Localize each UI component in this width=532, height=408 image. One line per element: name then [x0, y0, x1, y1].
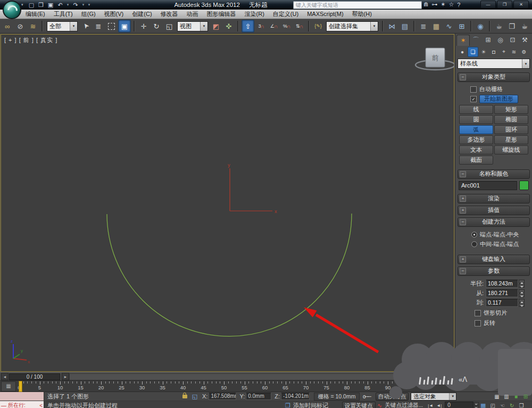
menu-item[interactable]: 视图(V) [100, 10, 128, 19]
app-menu-arrow-icon[interactable]: ▾ [21, 3, 23, 7]
parameter-spinner[interactable] [519, 280, 525, 288]
sub-geometry[interactable]: ● [458, 47, 467, 56]
collapse-icon[interactable]: − [460, 74, 466, 80]
collapse-icon[interactable]: − [460, 268, 466, 274]
select-by-name-icon[interactable]: ≣ [93, 20, 104, 32]
start-new-shape-checkbox[interactable]: ✓ [470, 96, 477, 102]
checkbox[interactable] [475, 320, 481, 327]
zoom-all-icon[interactable]: ▥ [502, 393, 511, 400]
tab-motion[interactable]: ◎ [494, 35, 506, 45]
zoom-region-icon[interactable]: ◰ [488, 402, 497, 408]
y-coord-field[interactable]: 0.0mm [246, 393, 271, 400]
app-logo-icon[interactable] [3, 1, 21, 19]
minimize-button[interactable]: — [480, 1, 496, 9]
mini-curve-editor-toggle[interactable]: ▦ [1, 381, 16, 391]
tab-utilities[interactable]: ⚒ [519, 35, 531, 45]
shape-button-截面[interactable]: 截面 [459, 156, 493, 165]
radio-button[interactable] [471, 241, 477, 247]
expand-icon[interactable]: + [460, 207, 466, 214]
key-mode-toggle-icon[interactable]: ▦ [479, 402, 487, 408]
menu-item[interactable]: MAXScript(M) [303, 10, 347, 19]
shape-button-线[interactable]: 线 [459, 105, 493, 114]
spinner-down-icon[interactable] [519, 284, 525, 288]
viewport-canvas[interactable]: 前 y x z x y [1, 35, 454, 371]
auto-key-button[interactable]: 自动关键点 [376, 393, 409, 401]
object-name-field[interactable]: Arc001 [459, 181, 517, 190]
expand-icon[interactable]: + [460, 195, 466, 202]
search-icon[interactable]: ⋒ [423, 1, 428, 8]
new-file-icon[interactable]: ▢ [28, 2, 35, 9]
collapse-icon[interactable]: − [460, 219, 466, 225]
undo-icon[interactable]: ↶ [56, 2, 64, 9]
z-coord-field[interactable]: -104.201m [281, 393, 310, 400]
open-file-icon[interactable]: ❐ [37, 2, 45, 9]
object-color-swatch[interactable] [519, 181, 529, 190]
maxscript-macro-recorder[interactable] [0, 392, 44, 401]
shape-button-弧[interactable]: 弧 [459, 125, 493, 134]
named-selection-sets-dropdown[interactable]: 创建选择集▼ [326, 21, 378, 31]
rectangular-selection-region-icon[interactable] [105, 20, 117, 32]
layer-manager-icon[interactable]: ≣ [418, 20, 429, 32]
transform-gizmo[interactable] [230, 168, 272, 211]
selected-objects-dropdown[interactable]: 选定对象▼ [411, 393, 456, 401]
dropdown-arrow-icon[interactable]: ▼ [449, 393, 456, 400]
x-coord-field[interactable]: 167.508mm [209, 393, 236, 400]
shape-button-螺旋线[interactable]: 螺旋线 [494, 145, 528, 154]
collapse-icon[interactable]: − [460, 171, 466, 177]
rollout-creation-method-header[interactable]: − 创建方法 [458, 217, 530, 227]
shape-category-dropdown[interactable]: 样条线▼ [458, 59, 530, 69]
front-viewport[interactable]: [ + ] [ 前 ] [ 真实 ] 前 [1, 34, 454, 372]
frame-spinner[interactable] [474, 402, 479, 408]
shape-button-椭圆[interactable]: 椭圆 [494, 115, 528, 124]
schematic-view-icon[interactable]: ⊞ [456, 20, 468, 32]
communication-center-icon[interactable]: ⊶ [431, 1, 437, 8]
track-bar[interactable]: ▦ 051015202530354045505560657075808590 [0, 380, 455, 391]
start-new-shape-button[interactable]: 开始新图形 [479, 95, 518, 103]
tab-create[interactable]: ✶ [456, 35, 470, 46]
shape-button-文本[interactable]: 文本 [459, 145, 493, 154]
menu-item[interactable]: 编辑(E) [21, 10, 49, 19]
arc-spline[interactable] [107, 214, 352, 336]
dropdown-arrow-icon[interactable]: ▼ [370, 22, 378, 31]
help-icon[interactable]: ? [457, 2, 460, 8]
rollout-parameters-header[interactable]: − 参数 [458, 266, 530, 276]
sub-systems[interactable]: ⚙ [519, 47, 529, 56]
next-frame-button[interactable]: ► [62, 373, 69, 380]
viewcube[interactable]: 前 [415, 48, 454, 70]
zoom-extents-all-icon[interactable]: ⊞ [521, 393, 530, 400]
favorites-icon[interactable]: ☆ [448, 1, 454, 8]
previous-frame-button[interactable]: ◄ [1, 373, 9, 380]
go-to-start-icon[interactable]: |◄ [426, 403, 435, 408]
time-tag-window-icon[interactable]: ❐ [284, 402, 292, 408]
dropdown-arrow-icon[interactable]: ▼ [522, 59, 529, 68]
sub-cameras[interactable]: ◘ [489, 47, 498, 56]
parameter-field[interactable]: 108.243m [486, 280, 518, 288]
keyboard-override-icon[interactable]: ⇧ [242, 20, 254, 32]
selection-lock-icon[interactable] [182, 395, 187, 398]
tab-hierarchy[interactable]: ⊞ [482, 35, 494, 45]
add-time-tag[interactable]: 添加时间标记 [293, 402, 328, 408]
time-slider[interactable]: 0 / 100 [9, 373, 60, 380]
sub-spacewarps[interactable]: ≋ [509, 47, 519, 56]
menu-item[interactable]: 动画 [182, 10, 203, 19]
shape-button-矩形[interactable]: 矩形 [494, 105, 528, 114]
selection-filter-dropdown[interactable]: 全部▼ [47, 21, 78, 31]
spinner-up-icon[interactable] [519, 289, 525, 293]
reference-coordinate-dropdown[interactable]: 视图▼ [177, 21, 208, 31]
close-button[interactable]: ✕ [513, 1, 529, 9]
graphite-ribbon-icon[interactable]: ▦ [430, 20, 442, 32]
angle-snap-icon[interactable]: ∠∩ [268, 20, 280, 32]
search-input[interactable]: 键入关键字或短语 [293, 1, 422, 9]
rollout-object-type-header[interactable]: − 对象类型 [458, 72, 530, 82]
shape-button-星形[interactable]: 星形 [494, 135, 528, 144]
window-crossing-icon[interactable]: ▣ [118, 20, 131, 32]
maxscript-mini-listener[interactable]: — 所在行: < [0, 401, 44, 408]
zoom-extents-icon[interactable]: ■ [512, 393, 520, 400]
rendered-frame-window-icon[interactable]: ❐ [506, 20, 518, 32]
set-key-curve-icon[interactable]: ∿ [376, 402, 384, 408]
maximize-viewport-icon[interactable]: ❒ [517, 402, 526, 408]
undo-flyout-icon[interactable]: ▾ [66, 3, 70, 7]
sub-lights[interactable]: ☀ [479, 47, 488, 56]
time-marker[interactable] [19, 381, 22, 392]
select-and-rotate-icon[interactable]: ↻ [151, 20, 162, 32]
